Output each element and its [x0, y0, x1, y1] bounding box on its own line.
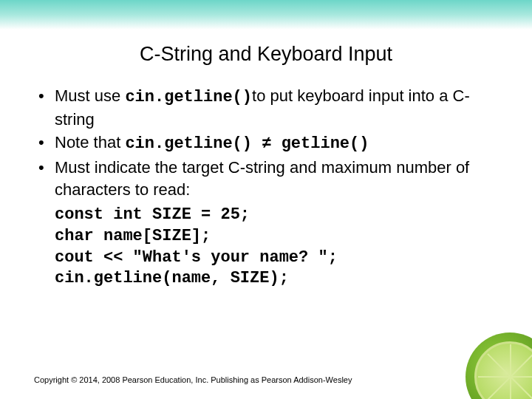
top-gradient-bar	[0, 0, 532, 30]
code-block: const int SIZE = 25; char name[SIZE]; co…	[55, 205, 502, 289]
bullet-text: Must indicate the target C-string and ma…	[55, 158, 469, 199]
lime-decoration	[466, 332, 532, 399]
bullet-item: Must use cin.getline()to put keyboard in…	[35, 85, 502, 130]
bullet-text: Must use	[55, 86, 125, 105]
inline-code: cin.getline() ≠ getline()	[125, 134, 369, 153]
bullet-item: Must indicate the target C-string and ma…	[35, 157, 502, 200]
inline-code: cin.getline()	[125, 88, 252, 106]
bullet-text: Note that	[55, 133, 125, 151]
content-area: Must use cin.getline()to put keyboard in…	[0, 85, 532, 290]
slide-title: C-String and Keyboard Input	[0, 43, 532, 66]
copyright-text: Copyright © 2014, 2008 Pearson Education…	[34, 375, 352, 384]
bullet-list: Must use cin.getline()to put keyboard in…	[35, 85, 502, 200]
bullet-item: Note that cin.getline() ≠ getline()	[35, 132, 502, 155]
